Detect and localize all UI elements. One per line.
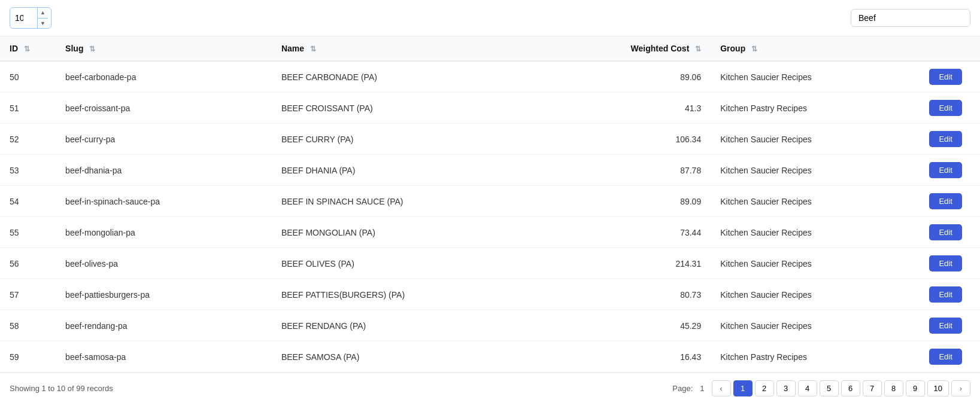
col-header-slug[interactable]: Slug ⇅: [56, 36, 272, 61]
cell-name: BEEF PATTIES(BURGERS) (PA): [272, 279, 544, 310]
cell-name: BEEF CROISSANT (PA): [272, 93, 544, 124]
page-button-3[interactable]: 3: [776, 380, 796, 396]
cell-group: Kitchen Saucier Recipes: [711, 61, 920, 93]
footer: Showing 1 to 10 of 99 records Page: 1 ‹ …: [0, 373, 980, 404]
edit-button[interactable]: Edit: [929, 162, 961, 178]
page-button-5[interactable]: 5: [820, 380, 839, 396]
page-button-6[interactable]: 6: [841, 380, 860, 396]
page-button-2[interactable]: 2: [755, 380, 774, 396]
cell-slug: beef-olives-pa: [56, 248, 272, 279]
prev-page-button[interactable]: ‹: [712, 380, 731, 396]
page-button-4[interactable]: 4: [798, 380, 817, 396]
cell-weighted-cost: 45.29: [544, 310, 711, 341]
edit-button[interactable]: Edit: [929, 69, 961, 85]
cell-slug: beef-carbonade-pa: [56, 61, 272, 93]
table-row: 58 beef-rendang-pa BEEF RENDANG (PA) 45.…: [0, 310, 980, 341]
edit-button[interactable]: Edit: [929, 131, 961, 147]
cell-group: Kitchen Pastry Recipes: [711, 341, 920, 373]
table-row: 51 beef-croissant-pa BEEF CROISSANT (PA)…: [0, 93, 980, 124]
cell-weighted-cost: 89.06: [544, 61, 711, 93]
cell-name: BEEF DHANIA (PA): [272, 155, 544, 186]
showing-text: Showing 1 to 10 of 99 records: [10, 384, 113, 393]
col-header-weighted-cost[interactable]: Weighted Cost ⇅: [544, 36, 711, 61]
table-row: 55 beef-mongolian-pa BEEF MONGOLIAN (PA)…: [0, 217, 980, 248]
page-label: Page:: [672, 384, 693, 393]
cell-weighted-cost: 87.78: [544, 155, 711, 186]
next-page-button[interactable]: ›: [951, 380, 970, 396]
cell-group: Kitchen Saucier Recipes: [711, 124, 920, 155]
edit-button[interactable]: Edit: [929, 255, 961, 271]
table-row: 57 beef-pattiesburgers-pa BEEF PATTIES(B…: [0, 279, 980, 310]
table-header-row: ID ⇅ Slug ⇅ Name ⇅ Weighted Cost ⇅ Group…: [0, 36, 980, 61]
page-size-input[interactable]: [10, 11, 37, 25]
edit-button[interactable]: Edit: [929, 349, 961, 365]
cell-name: BEEF CARBONADE (PA): [272, 61, 544, 93]
cell-slug: beef-pattiesburgers-pa: [56, 279, 272, 310]
table-row: 53 beef-dhania-pa BEEF DHANIA (PA) 87.78…: [0, 155, 980, 186]
cell-weighted-cost: 16.43: [544, 341, 711, 373]
edit-button[interactable]: Edit: [929, 224, 961, 240]
cell-action: Edit: [920, 279, 980, 310]
cell-id: 56: [0, 248, 56, 279]
cell-group: Kitchen Saucier Recipes: [711, 310, 920, 341]
page-size-spinners: ▲ ▼: [37, 8, 48, 28]
cell-action: Edit: [920, 310, 980, 341]
data-table: ID ⇅ Slug ⇅ Name ⇅ Weighted Cost ⇅ Group…: [0, 36, 980, 373]
edit-button[interactable]: Edit: [929, 193, 961, 209]
cell-group: Kitchen Saucier Recipes: [711, 155, 920, 186]
table-row: 50 beef-carbonade-pa BEEF CARBONADE (PA)…: [0, 61, 980, 93]
cell-slug: beef-in-spinach-sauce-pa: [56, 186, 272, 217]
cell-weighted-cost: 214.31: [544, 248, 711, 279]
cell-name: BEEF CURRY (PA): [272, 124, 544, 155]
page-button-8[interactable]: 8: [884, 380, 903, 396]
edit-button[interactable]: Edit: [929, 100, 961, 116]
col-header-id[interactable]: ID ⇅: [0, 36, 56, 61]
page-button-9[interactable]: 9: [906, 380, 925, 396]
cell-id: 57: [0, 279, 56, 310]
cell-slug: beef-rendang-pa: [56, 310, 272, 341]
cell-weighted-cost: 41.3: [544, 93, 711, 124]
cell-action: Edit: [920, 248, 980, 279]
table-row: 56 beef-olives-pa BEEF OLIVES (PA) 214.3…: [0, 248, 980, 279]
sort-icon-name: ⇅: [310, 45, 316, 53]
cell-id: 54: [0, 186, 56, 217]
col-header-name[interactable]: Name ⇅: [272, 36, 544, 61]
page-size-control[interactable]: ▲ ▼: [10, 7, 51, 29]
cell-name: BEEF SAMOSA (PA): [272, 341, 544, 373]
edit-button[interactable]: Edit: [929, 318, 961, 334]
cell-action: Edit: [920, 186, 980, 217]
cell-slug: beef-dhania-pa: [56, 155, 272, 186]
spinner-up-button[interactable]: ▲: [38, 8, 48, 19]
cell-weighted-cost: 89.09: [544, 186, 711, 217]
sort-icon-group: ⇅: [751, 45, 757, 53]
cell-action: Edit: [920, 341, 980, 373]
spinner-down-button[interactable]: ▼: [38, 19, 48, 29]
cell-id: 53: [0, 155, 56, 186]
cell-weighted-cost: 80.73: [544, 279, 711, 310]
pagination: Page: 1 ‹ 1 2 3 4 5 6 7 8 9 10 ›: [672, 380, 970, 396]
cell-name: BEEF RENDANG (PA): [272, 310, 544, 341]
cell-slug: beef-croissant-pa: [56, 93, 272, 124]
page-button-7[interactable]: 7: [863, 380, 882, 396]
search-input[interactable]: [851, 9, 970, 27]
cell-id: 55: [0, 217, 56, 248]
page-button-1[interactable]: 1: [733, 380, 753, 396]
cell-id: 58: [0, 310, 56, 341]
page-button-10[interactable]: 10: [927, 380, 949, 396]
cell-action: Edit: [920, 124, 980, 155]
table-row: 52 beef-curry-pa BEEF CURRY (PA) 106.34 …: [0, 124, 980, 155]
cell-group: Kitchen Pastry Recipes: [711, 93, 920, 124]
cell-slug: beef-mongolian-pa: [56, 217, 272, 248]
sort-icon-id: ⇅: [24, 45, 30, 53]
cell-group: Kitchen Saucier Recipes: [711, 248, 920, 279]
edit-button[interactable]: Edit: [929, 286, 961, 303]
col-header-group[interactable]: Group ⇅: [711, 36, 920, 61]
col-header-action: [920, 36, 980, 61]
cell-action: Edit: [920, 61, 980, 93]
cell-action: Edit: [920, 217, 980, 248]
cell-id: 50: [0, 61, 56, 93]
current-page-display: 1: [700, 384, 704, 393]
cell-weighted-cost: 73.44: [544, 217, 711, 248]
cell-id: 51: [0, 93, 56, 124]
cell-name: BEEF OLIVES (PA): [272, 248, 544, 279]
